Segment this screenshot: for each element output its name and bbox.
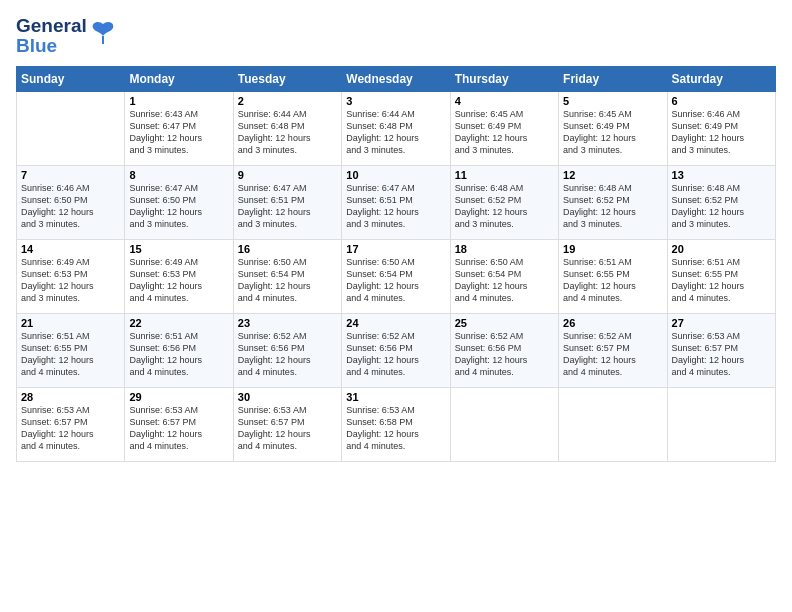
day-cell: 12Sunrise: 6:48 AMSunset: 6:52 PMDayligh… <box>559 165 667 239</box>
day-number: 31 <box>346 391 445 403</box>
day-number: 17 <box>346 243 445 255</box>
day-cell: 31Sunrise: 6:53 AMSunset: 6:58 PMDayligh… <box>342 387 450 461</box>
day-number: 2 <box>238 95 337 107</box>
day-number: 15 <box>129 243 228 255</box>
day-header-wednesday: Wednesday <box>342 66 450 91</box>
day-number: 12 <box>563 169 662 181</box>
day-info: Sunrise: 6:50 AMSunset: 6:54 PMDaylight:… <box>346 256 445 305</box>
day-info: Sunrise: 6:48 AMSunset: 6:52 PMDaylight:… <box>563 182 662 231</box>
day-number: 20 <box>672 243 771 255</box>
day-header-sunday: Sunday <box>17 66 125 91</box>
day-number: 18 <box>455 243 554 255</box>
day-number: 16 <box>238 243 337 255</box>
day-number: 26 <box>563 317 662 329</box>
day-number: 3 <box>346 95 445 107</box>
day-cell <box>559 387 667 461</box>
day-info: Sunrise: 6:47 AMSunset: 6:51 PMDaylight:… <box>238 182 337 231</box>
logo-general: General <box>16 16 87 36</box>
day-info: Sunrise: 6:52 AMSunset: 6:56 PMDaylight:… <box>346 330 445 379</box>
day-number: 27 <box>672 317 771 329</box>
day-info: Sunrise: 6:53 AMSunset: 6:57 PMDaylight:… <box>672 330 771 379</box>
day-cell: 14Sunrise: 6:49 AMSunset: 6:53 PMDayligh… <box>17 239 125 313</box>
day-info: Sunrise: 6:52 AMSunset: 6:57 PMDaylight:… <box>563 330 662 379</box>
day-cell: 9Sunrise: 6:47 AMSunset: 6:51 PMDaylight… <box>233 165 341 239</box>
day-cell: 26Sunrise: 6:52 AMSunset: 6:57 PMDayligh… <box>559 313 667 387</box>
day-number: 10 <box>346 169 445 181</box>
calendar-page: General Blue SundayMondayTuesdayWednesda… <box>0 0 792 612</box>
day-info: Sunrise: 6:53 AMSunset: 6:57 PMDaylight:… <box>21 404 120 453</box>
day-cell: 16Sunrise: 6:50 AMSunset: 6:54 PMDayligh… <box>233 239 341 313</box>
day-info: Sunrise: 6:50 AMSunset: 6:54 PMDaylight:… <box>455 256 554 305</box>
day-cell: 10Sunrise: 6:47 AMSunset: 6:51 PMDayligh… <box>342 165 450 239</box>
day-cell: 28Sunrise: 6:53 AMSunset: 6:57 PMDayligh… <box>17 387 125 461</box>
day-number: 13 <box>672 169 771 181</box>
days-header-row: SundayMondayTuesdayWednesdayThursdayFrid… <box>17 66 776 91</box>
day-number: 23 <box>238 317 337 329</box>
day-cell: 2Sunrise: 6:44 AMSunset: 6:48 PMDaylight… <box>233 91 341 165</box>
calendar-table: SundayMondayTuesdayWednesdayThursdayFrid… <box>16 66 776 462</box>
day-cell: 24Sunrise: 6:52 AMSunset: 6:56 PMDayligh… <box>342 313 450 387</box>
logo: General Blue <box>16 16 117 56</box>
day-info: Sunrise: 6:47 AMSunset: 6:50 PMDaylight:… <box>129 182 228 231</box>
day-info: Sunrise: 6:53 AMSunset: 6:57 PMDaylight:… <box>129 404 228 453</box>
day-info: Sunrise: 6:53 AMSunset: 6:57 PMDaylight:… <box>238 404 337 453</box>
day-number: 30 <box>238 391 337 403</box>
day-info: Sunrise: 6:45 AMSunset: 6:49 PMDaylight:… <box>455 108 554 157</box>
header: General Blue <box>16 16 776 56</box>
day-number: 24 <box>346 317 445 329</box>
day-number: 29 <box>129 391 228 403</box>
day-number: 9 <box>238 169 337 181</box>
day-info: Sunrise: 6:52 AMSunset: 6:56 PMDaylight:… <box>455 330 554 379</box>
day-number: 14 <box>21 243 120 255</box>
day-cell: 20Sunrise: 6:51 AMSunset: 6:55 PMDayligh… <box>667 239 775 313</box>
day-info: Sunrise: 6:47 AMSunset: 6:51 PMDaylight:… <box>346 182 445 231</box>
day-cell: 13Sunrise: 6:48 AMSunset: 6:52 PMDayligh… <box>667 165 775 239</box>
day-header-friday: Friday <box>559 66 667 91</box>
day-number: 28 <box>21 391 120 403</box>
day-cell: 6Sunrise: 6:46 AMSunset: 6:49 PMDaylight… <box>667 91 775 165</box>
day-cell: 23Sunrise: 6:52 AMSunset: 6:56 PMDayligh… <box>233 313 341 387</box>
day-info: Sunrise: 6:49 AMSunset: 6:53 PMDaylight:… <box>21 256 120 305</box>
day-info: Sunrise: 6:53 AMSunset: 6:58 PMDaylight:… <box>346 404 445 453</box>
week-row-1: 1Sunrise: 6:43 AMSunset: 6:47 PMDaylight… <box>17 91 776 165</box>
day-number: 1 <box>129 95 228 107</box>
day-cell: 5Sunrise: 6:45 AMSunset: 6:49 PMDaylight… <box>559 91 667 165</box>
day-info: Sunrise: 6:45 AMSunset: 6:49 PMDaylight:… <box>563 108 662 157</box>
day-info: Sunrise: 6:51 AMSunset: 6:56 PMDaylight:… <box>129 330 228 379</box>
day-info: Sunrise: 6:48 AMSunset: 6:52 PMDaylight:… <box>672 182 771 231</box>
day-cell: 29Sunrise: 6:53 AMSunset: 6:57 PMDayligh… <box>125 387 233 461</box>
day-info: Sunrise: 6:49 AMSunset: 6:53 PMDaylight:… <box>129 256 228 305</box>
day-number: 5 <box>563 95 662 107</box>
day-number: 21 <box>21 317 120 329</box>
day-cell: 17Sunrise: 6:50 AMSunset: 6:54 PMDayligh… <box>342 239 450 313</box>
day-info: Sunrise: 6:51 AMSunset: 6:55 PMDaylight:… <box>563 256 662 305</box>
day-cell: 8Sunrise: 6:47 AMSunset: 6:50 PMDaylight… <box>125 165 233 239</box>
day-info: Sunrise: 6:43 AMSunset: 6:47 PMDaylight:… <box>129 108 228 157</box>
week-row-2: 7Sunrise: 6:46 AMSunset: 6:50 PMDaylight… <box>17 165 776 239</box>
day-info: Sunrise: 6:48 AMSunset: 6:52 PMDaylight:… <box>455 182 554 231</box>
day-header-thursday: Thursday <box>450 66 558 91</box>
day-cell: 3Sunrise: 6:44 AMSunset: 6:48 PMDaylight… <box>342 91 450 165</box>
day-info: Sunrise: 6:50 AMSunset: 6:54 PMDaylight:… <box>238 256 337 305</box>
day-header-tuesday: Tuesday <box>233 66 341 91</box>
day-cell: 1Sunrise: 6:43 AMSunset: 6:47 PMDaylight… <box>125 91 233 165</box>
day-cell: 19Sunrise: 6:51 AMSunset: 6:55 PMDayligh… <box>559 239 667 313</box>
day-number: 19 <box>563 243 662 255</box>
day-number: 6 <box>672 95 771 107</box>
day-number: 7 <box>21 169 120 181</box>
day-cell: 25Sunrise: 6:52 AMSunset: 6:56 PMDayligh… <box>450 313 558 387</box>
day-number: 25 <box>455 317 554 329</box>
day-number: 8 <box>129 169 228 181</box>
day-number: 22 <box>129 317 228 329</box>
week-row-5: 28Sunrise: 6:53 AMSunset: 6:57 PMDayligh… <box>17 387 776 461</box>
day-number: 11 <box>455 169 554 181</box>
day-cell: 30Sunrise: 6:53 AMSunset: 6:57 PMDayligh… <box>233 387 341 461</box>
day-cell: 21Sunrise: 6:51 AMSunset: 6:55 PMDayligh… <box>17 313 125 387</box>
day-cell: 22Sunrise: 6:51 AMSunset: 6:56 PMDayligh… <box>125 313 233 387</box>
day-number: 4 <box>455 95 554 107</box>
day-info: Sunrise: 6:51 AMSunset: 6:55 PMDaylight:… <box>672 256 771 305</box>
day-info: Sunrise: 6:46 AMSunset: 6:49 PMDaylight:… <box>672 108 771 157</box>
day-cell: 11Sunrise: 6:48 AMSunset: 6:52 PMDayligh… <box>450 165 558 239</box>
day-cell: 7Sunrise: 6:46 AMSunset: 6:50 PMDaylight… <box>17 165 125 239</box>
day-cell: 4Sunrise: 6:45 AMSunset: 6:49 PMDaylight… <box>450 91 558 165</box>
